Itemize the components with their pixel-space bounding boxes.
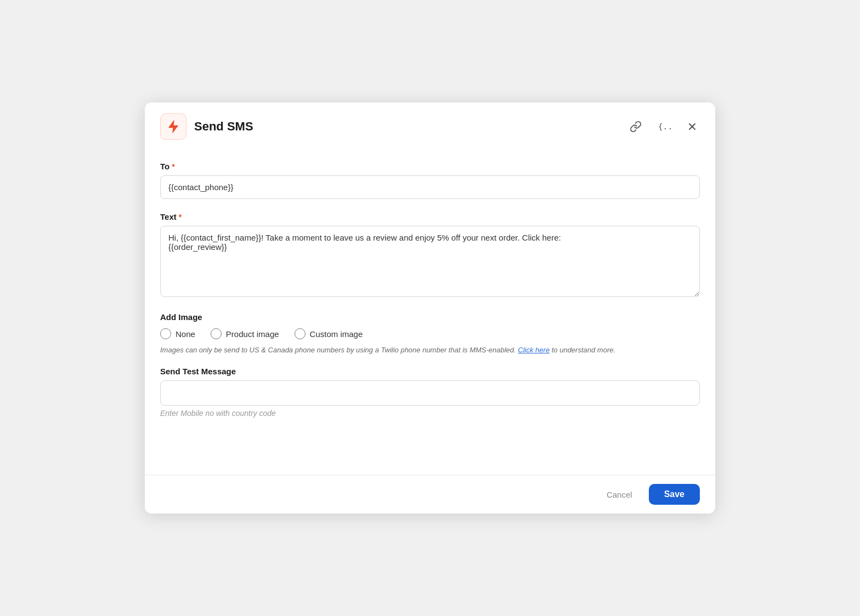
radio-product-option[interactable]: Product image	[211, 328, 279, 339]
click-here-link[interactable]: Click here	[518, 346, 550, 354]
lightning-icon	[166, 119, 180, 134]
link-icon-button[interactable]	[627, 118, 644, 135]
radio-none-input[interactable]	[160, 328, 171, 339]
radio-custom-input[interactable]	[295, 328, 305, 339]
save-button[interactable]: Save	[649, 484, 700, 505]
radio-none-option[interactable]: None	[160, 328, 195, 339]
close-button[interactable]	[684, 119, 700, 134]
send-sms-modal: Send SMS {...}	[145, 102, 715, 514]
radio-custom-option[interactable]: Custom image	[295, 328, 363, 339]
svg-text:{...}: {...}	[658, 122, 671, 131]
code-icon-button[interactable]: {...}	[655, 118, 674, 135]
send-test-group: Send Test Message Enter Mobile no with c…	[160, 367, 700, 418]
text-required-star: *	[179, 213, 182, 221]
send-test-label: Send Test Message	[160, 367, 700, 376]
modal-body: To * Text * Add Image None	[145, 149, 715, 475]
modal-header: Send SMS {...}	[145, 102, 715, 149]
to-input[interactable]	[160, 175, 700, 199]
text-textarea[interactable]	[160, 226, 700, 297]
radio-product-label: Product image	[226, 329, 279, 339]
text-label: Text *	[160, 212, 700, 221]
to-label: To *	[160, 162, 700, 171]
cancel-button[interactable]: Cancel	[597, 484, 642, 505]
send-test-placeholder-text: Enter Mobile no with country code	[160, 409, 700, 418]
radio-custom-label: Custom image	[310, 329, 363, 339]
to-field-group: To *	[160, 162, 700, 199]
mms-info-text: Images can only be send to US & Canada p…	[160, 345, 700, 356]
to-required-star: *	[172, 162, 174, 171]
radio-product-input[interactable]	[211, 328, 222, 339]
code-braces-icon: {...}	[657, 121, 671, 133]
send-test-input[interactable]	[160, 380, 700, 406]
modal-footer: Cancel Save	[145, 475, 715, 514]
add-image-section: Add Image None Product image Custom imag…	[160, 312, 700, 356]
app-icon	[160, 113, 186, 140]
link-icon	[630, 121, 642, 133]
radio-none-label: None	[176, 329, 195, 339]
header-left: Send SMS	[160, 113, 253, 140]
image-radio-group: None Product image Custom image	[160, 328, 700, 339]
header-right: {...}	[627, 118, 700, 135]
close-icon	[687, 121, 698, 132]
add-image-label: Add Image	[160, 312, 700, 322]
modal-title: Send SMS	[194, 119, 253, 134]
text-field-group: Text *	[160, 212, 700, 299]
